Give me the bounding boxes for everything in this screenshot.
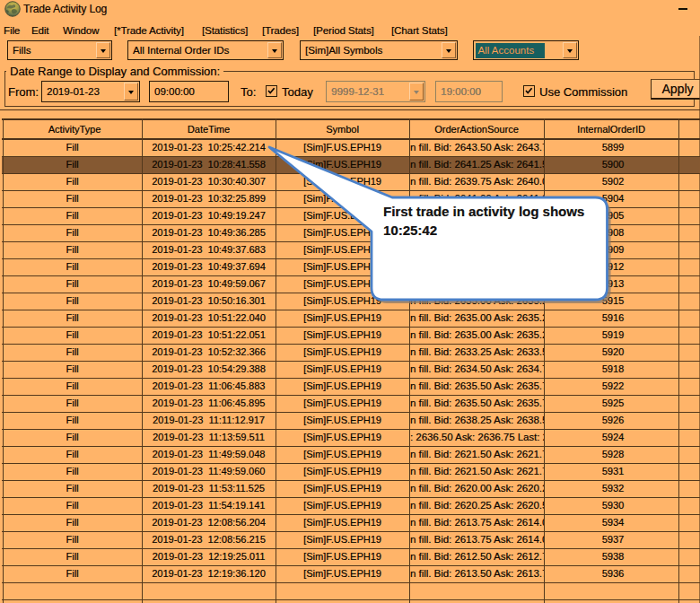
svg-text:First trade in activity log sh: First trade in activity log shows — [383, 204, 584, 219]
svg-text:10:25:42: 10:25:42 — [383, 223, 437, 238]
